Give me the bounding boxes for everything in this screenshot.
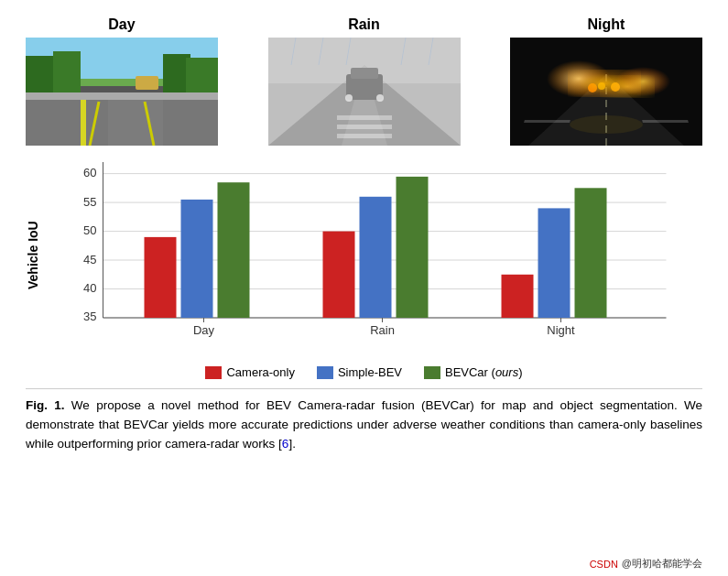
footer-attribution: @明初哈都能学会 xyxy=(622,557,702,571)
bar-chart: 60 55 50 45 40 35 xyxy=(44,153,702,354)
day-bev-bar xyxy=(181,200,213,318)
svg-point-33 xyxy=(615,67,670,96)
svg-point-35 xyxy=(598,82,605,90)
svg-rect-28 xyxy=(337,134,392,138)
svg-rect-12 xyxy=(268,38,461,146)
footer: CSDN @明初哈都能学会 xyxy=(590,557,702,571)
svg-marker-14 xyxy=(268,65,461,146)
night-camera-bar xyxy=(502,275,534,318)
reference-link: 6 xyxy=(282,437,289,451)
rain-svg xyxy=(268,38,461,146)
svg-text:55: 55 xyxy=(83,195,96,209)
images-row: Day xyxy=(26,16,702,146)
caption-label: Fig. 1. xyxy=(26,398,65,412)
main-container: Day xyxy=(0,0,728,465)
svg-text:Day: Day xyxy=(193,323,215,337)
chart-container: Vehicle IoU xyxy=(26,153,702,358)
svg-point-20 xyxy=(376,94,384,102)
svg-rect-11 xyxy=(136,76,158,90)
legend-simple-bev: Simple-BEV xyxy=(317,365,402,379)
svg-rect-39 xyxy=(642,120,689,123)
day-label: Day xyxy=(108,16,135,33)
rain-column: Rain xyxy=(268,16,461,146)
night-label: Night xyxy=(588,16,625,33)
svg-rect-38 xyxy=(524,120,570,123)
svg-text:40: 40 xyxy=(83,281,96,295)
legend-camera-only: Camera-only xyxy=(205,365,294,379)
chart-inner: 60 55 50 45 40 35 xyxy=(44,153,702,358)
rain-image xyxy=(268,38,461,146)
svg-text:50: 50 xyxy=(83,223,96,237)
night-image xyxy=(510,38,702,146)
svg-rect-17 xyxy=(346,74,383,100)
legend-simple-bev-box xyxy=(317,366,333,379)
caption-text: We propose a novel method for BEV Camera… xyxy=(26,398,702,451)
day-column: Day xyxy=(26,16,218,146)
svg-line-23 xyxy=(346,38,351,65)
svg-rect-16 xyxy=(268,38,461,83)
svg-point-36 xyxy=(611,82,620,92)
night-svg xyxy=(510,38,702,146)
legend-bevcar-box xyxy=(424,366,440,379)
day-camera-bar xyxy=(145,237,177,318)
svg-marker-15 xyxy=(342,65,387,146)
rain-bevcar-bar xyxy=(397,177,429,318)
svg-text:45: 45 xyxy=(83,253,96,266)
rain-bev-bar xyxy=(360,197,392,318)
day-bevcar-bar xyxy=(218,182,250,318)
svg-rect-7 xyxy=(108,100,163,146)
svg-line-21 xyxy=(291,38,296,65)
svg-rect-13 xyxy=(268,38,461,146)
svg-text:Night: Night xyxy=(547,323,575,337)
legend-bevcar: BEVCar (ours) xyxy=(424,365,523,379)
svg-line-22 xyxy=(319,38,323,65)
csdn-logo: CSDN xyxy=(590,559,618,570)
rain-label: Rain xyxy=(348,16,380,33)
svg-rect-10 xyxy=(26,92,218,100)
legend-camera-only-box xyxy=(205,366,222,379)
legend-camera-only-label: Camera-only xyxy=(226,365,294,379)
svg-rect-26 xyxy=(337,115,392,120)
legend: Camera-only Simple-BEV BEVCar (ours) xyxy=(26,365,702,379)
rain-camera-bar xyxy=(323,232,355,318)
svg-text:60: 60 xyxy=(83,166,96,179)
svg-text:Rain: Rain xyxy=(370,323,395,337)
day-svg xyxy=(26,38,218,146)
svg-point-32 xyxy=(547,60,611,97)
night-column: Night xyxy=(510,16,702,146)
svg-line-24 xyxy=(401,38,406,65)
svg-point-37 xyxy=(570,115,643,134)
svg-point-34 xyxy=(588,83,597,92)
night-bevcar-bar xyxy=(575,188,607,318)
night-bev-bar xyxy=(538,208,570,318)
caption: Fig. 1. We propose a novel method for BE… xyxy=(26,388,702,454)
legend-bevcar-label: BEVCar (ours) xyxy=(445,365,523,379)
y-axis-label: Vehicle IoU xyxy=(26,153,40,358)
svg-point-19 xyxy=(345,94,353,102)
svg-rect-18 xyxy=(351,68,378,79)
svg-line-25 xyxy=(429,38,433,65)
svg-rect-6 xyxy=(81,100,86,146)
day-image xyxy=(26,38,218,146)
svg-text:35: 35 xyxy=(83,310,96,323)
legend-simple-bev-label: Simple-BEV xyxy=(338,365,402,379)
svg-rect-27 xyxy=(337,125,392,129)
